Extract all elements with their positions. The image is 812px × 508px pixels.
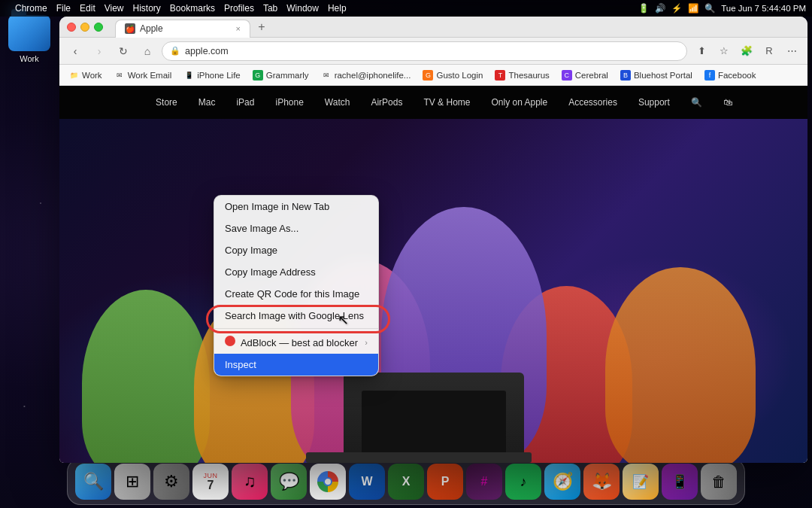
volume-icon: 🔊 <box>655 3 665 14</box>
ctx-inspect[interactable]: Inspect <box>214 354 378 376</box>
profile-button[interactable]: R <box>759 41 779 61</box>
apple-watch-link[interactable]: Watch <box>325 97 350 108</box>
dock-music[interactable]: ♫ <box>232 464 268 500</box>
history-menu[interactable]: History <box>133 3 161 14</box>
share-button[interactable]: ⬆ <box>692 41 711 61</box>
bookmark-facebook-label: Facebook <box>718 71 756 80</box>
chrome-menu-app[interactable]: Chrome <box>15 3 47 14</box>
bookmark-bluehost[interactable]: B Bluehost Portal <box>617 68 695 82</box>
tab-menu[interactable]: Tab <box>263 3 277 14</box>
menubar-left: Chrome File Edit View History Bookmarks … <box>6 3 347 14</box>
dock-finder[interactable]: 🔍 <box>75 464 111 500</box>
bookmark-thesaurus[interactable]: T Thesaurus <box>492 68 552 82</box>
ctx-adblock[interactable]: AdBlock — best ad blocker › <box>214 330 378 354</box>
forward-button[interactable]: › <box>89 41 109 61</box>
refresh-button[interactable]: ↻ <box>114 41 133 61</box>
dock-iphone-mirroring[interactable]: 📱 <box>662 464 698 500</box>
apple-only-link[interactable]: Only on Apple <box>491 97 547 108</box>
fullscreen-button[interactable] <box>94 23 103 32</box>
apple-ipad-link[interactable]: iPad <box>236 97 254 108</box>
grammarly-favicon: G <box>253 70 263 81</box>
bookmark-iphone-life[interactable]: 📱 iPhone Life <box>180 68 244 82</box>
dock-chrome[interactable] <box>310 464 346 500</box>
macbook-base <box>306 452 532 463</box>
close-button[interactable] <box>67 23 76 32</box>
rachel-favicon: ✉ <box>321 70 332 81</box>
hero-section <box>59 119 807 463</box>
dock-launchpad[interactable]: ⊞ <box>114 464 150 500</box>
bookmark-work-email[interactable]: ✉ Work Email <box>111 68 175 82</box>
dock-safari[interactable]: 🧭 <box>544 464 580 500</box>
ctx-copy-image[interactable]: Copy Image <box>214 239 378 261</box>
dock-excel[interactable]: X <box>388 464 424 500</box>
dock-spotify[interactable]: ♪ <box>505 464 541 500</box>
apple-support-link[interactable]: Support <box>638 97 670 108</box>
apple-store-link[interactable]: Store <box>156 97 177 108</box>
bookmark-work[interactable]: 📁 Work <box>65 68 105 82</box>
ctx-create-qr[interactable]: Create QR Code for this Image <box>214 283 378 305</box>
more-button[interactable]: ⋯ <box>782 41 801 61</box>
ctx-search-lens[interactable]: Search Image with Google Lens <box>214 305 378 327</box>
active-tab[interactable]: 🍎 Apple × <box>115 20 250 38</box>
apple-iphone-link[interactable]: iPhone <box>275 97 303 108</box>
dock-notes[interactable]: 📝 <box>623 464 659 500</box>
ctx-save-image[interactable]: Save Image As... <box>214 217 378 239</box>
memoji-amber <box>605 267 756 463</box>
apple-airpods-link[interactable]: AirPods <box>371 97 402 108</box>
home-button: ⌂ <box>138 41 157 61</box>
bookmark-rachel[interactable]: ✉ rachel@iphonelife... <box>318 68 414 82</box>
browser-titlebar: 🍎 Apple × + <box>59 17 807 38</box>
apple-accessories-link[interactable]: Accessories <box>568 97 617 108</box>
bookmark-iphone-life-label: iPhone Life <box>197 71 241 80</box>
view-menu[interactable]: View <box>105 3 124 14</box>
file-menu[interactable]: File <box>56 3 71 14</box>
bookmark-facebook[interactable]: f Facebook <box>701 68 759 82</box>
apple-bag-btn[interactable]: 🛍 <box>723 97 732 108</box>
apple-search-btn[interactable]: 🔍 <box>691 97 702 108</box>
webpage: Store Mac iPad iPhone Watch AirPods TV &… <box>59 86 807 463</box>
dock-trash[interactable]: 🗑 <box>701 464 737 500</box>
window-menu[interactable]: Window <box>286 3 319 14</box>
dock-calendar[interactable]: JUN 7 <box>192 464 229 500</box>
dock-slack[interactable]: # <box>466 464 502 500</box>
extension-button[interactable]: 🧩 <box>737 41 756 61</box>
apple-mac-link[interactable]: Mac <box>198 97 216 108</box>
bookmark-button[interactable]: ☆ <box>714 41 734 61</box>
dock-settings[interactable]: ⚙ <box>153 464 189 500</box>
dock-messages[interactable]: 💬 <box>271 464 307 500</box>
ctx-copy-image-label: Copy Image <box>225 245 277 256</box>
ctx-copy-address[interactable]: Copy Image Address <box>214 261 378 283</box>
ctx-open-image-label: Open Image in New Tab <box>225 201 329 212</box>
help-menu[interactable]: Help <box>328 3 347 14</box>
memoji-group <box>59 119 807 463</box>
work-folder[interactable]: Work <box>8 15 50 63</box>
tab-bar: 🍎 Apple × + <box>115 18 800 36</box>
bookmark-cerebral-label: Cerebral <box>575 71 608 80</box>
ctx-save-image-label: Save Image As... <box>225 223 298 234</box>
profiles-menu[interactable]: Profiles <box>224 3 254 14</box>
dock-firefox[interactable]: 🦊 <box>583 464 620 500</box>
bookmark-cerebral[interactable]: C Cerebral <box>559 68 611 82</box>
back-button[interactable]: ‹ <box>65 41 85 61</box>
new-tab-button[interactable]: + <box>253 19 270 35</box>
edit-menu[interactable]: Edit <box>80 3 95 14</box>
nav-actions: ⬆ ☆ 🧩 R ⋯ <box>692 41 801 61</box>
bookmark-gusto[interactable]: G Gusto Login <box>420 68 486 82</box>
minimize-button[interactable] <box>80 23 89 32</box>
apple-tv-link[interactable]: TV & Home <box>423 97 470 108</box>
menubar: Chrome File Edit View History Bookmarks … <box>0 0 812 17</box>
dock-powerpoint[interactable]: P <box>427 464 463 500</box>
bookmarks-menu[interactable]: Bookmarks <box>170 3 215 14</box>
bookmark-grammarly[interactable]: G Grammarly <box>250 68 312 82</box>
dock: 🔍 ⊞ ⚙ JUN 7 ♫ 💬 W X P # ♪ 🧭 🦊 📝 📱 🗑 <box>67 458 745 505</box>
address-bar[interactable]: 🔒 apple.com <box>162 41 687 61</box>
dock-word[interactable]: W <box>349 464 385 500</box>
tab-close-button[interactable]: × <box>236 24 241 33</box>
battery-icon: 🔋 <box>638 3 649 14</box>
search-icon[interactable]: 🔍 <box>704 3 715 14</box>
ctx-open-image[interactable]: Open Image in New Tab <box>214 196 378 217</box>
datetime: Tue Jun 7 5:44:40 PM <box>721 4 806 13</box>
desktop: Chrome File Edit View History Bookmarks … <box>0 0 812 508</box>
nav-bar: ‹ › ↻ ⌂ 🔒 apple.com ⬆ ☆ 🧩 R ⋯ <box>59 38 807 65</box>
thesaurus-favicon: T <box>495 70 505 81</box>
